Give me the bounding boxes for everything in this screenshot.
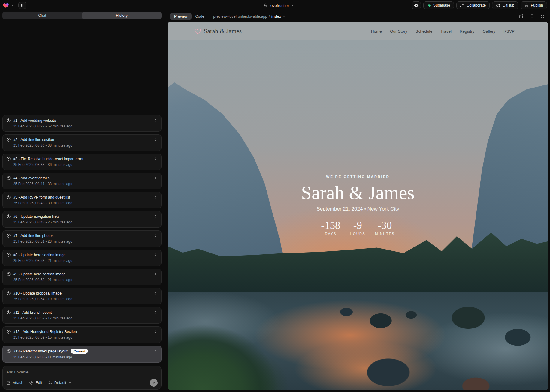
chevron-right-icon: [154, 310, 158, 314]
ask-lovable-input[interactable]: [6, 370, 158, 374]
chevron-right-icon: [154, 214, 158, 218]
history-item[interactable]: #4 - Add event details 25 Feb 2025, 08:4…: [2, 173, 162, 189]
history-item[interactable]: #3 - Fix: Resolve Lucide-react import er…: [2, 154, 162, 170]
supabase-button-label: Supabase: [433, 3, 450, 7]
nav-link[interactable]: Registry: [460, 29, 475, 34]
hero-date: September 21, 2024 • New York City: [168, 206, 548, 212]
history-item[interactable]: #10 - Update proposal image 25 Feb 2025,…: [2, 288, 162, 304]
history-item-timestamp: 25 Feb 2025, 08:38 - 36 minutes ago: [13, 163, 158, 167]
countdown-value: -9: [350, 220, 365, 231]
history-icon: [6, 329, 11, 334]
history-item-title: #11 - Add brunch event: [13, 310, 52, 315]
history-item-timestamp: 25 Feb 2025, 08:53 - 21 minutes ago: [13, 278, 158, 282]
mode-sliders-icon: [48, 381, 52, 385]
topbar: lovefrontier Supabase Collab: [0, 0, 550, 11]
history-item[interactable]: #8 - Update hero section image 25 Feb 20…: [2, 250, 162, 266]
history-icon: [6, 157, 11, 161]
hero-grass: [168, 300, 328, 390]
nav-link[interactable]: Our Story: [390, 29, 407, 34]
site-logo[interactable]: Sarah & James: [195, 28, 242, 35]
history-icon: [6, 118, 11, 123]
history-item-title: #13 - Refactor index page layout: [13, 349, 68, 353]
tab-preview[interactable]: Preview: [170, 13, 192, 20]
send-button[interactable]: [150, 379, 158, 387]
project-name: lovefrontier: [270, 3, 289, 8]
history-item[interactable]: #12 - Add Honeyfund Registry Section 25 …: [2, 326, 162, 343]
project-selector[interactable]: lovefrontier: [263, 0, 294, 11]
history-item[interactable]: #5 - Add RSVP form and guest list 25 Feb…: [2, 192, 162, 208]
history-icon: [6, 272, 11, 276]
countdown-label: MINUTES: [375, 232, 395, 235]
nav-link[interactable]: Home: [371, 29, 382, 34]
panel-left-icon: [20, 3, 25, 7]
mode-selector[interactable]: Default: [48, 381, 71, 385]
history-item-timestamp: 25 Feb 2025, 08:43 - 30 minutes ago: [13, 201, 158, 205]
nav-link[interactable]: Travel: [440, 29, 452, 34]
chat-history-tabs: Chat History: [2, 12, 162, 19]
refresh-icon[interactable]: [540, 14, 545, 19]
history-icon: [6, 176, 11, 180]
history-item-timestamp: 25 Feb 2025, 09:03 - 11 minutes ago: [13, 355, 158, 359]
history-item-timestamp: 25 Feb 2025, 08:36 - 38 minutes ago: [13, 143, 158, 148]
attach-button[interactable]: Attach: [6, 381, 23, 385]
composer: Attach Edit Default: [2, 366, 162, 390]
tab-code[interactable]: Code: [192, 13, 208, 20]
heart-outline-icon: [195, 28, 201, 34]
hero-content: WE'RE GETTING MARRIED Sarah & James Sept…: [168, 175, 548, 235]
nav-link[interactable]: Schedule: [416, 29, 432, 34]
hero-eyebrow: WE'RE GETTING MARRIED: [168, 175, 548, 178]
history-item[interactable]: #11 - Add brunch event 25 Feb 2025, 08:5…: [2, 307, 162, 324]
chevron-down-icon: [68, 381, 71, 384]
lovable-heart-icon[interactable]: [3, 3, 9, 8]
history-list: #1 - Add wedding website 25 Feb 2025, 08…: [2, 112, 162, 363]
open-external-icon[interactable]: [519, 14, 524, 19]
history-item[interactable]: #2 - Add timeline section 25 Feb 2025, 0…: [2, 134, 162, 151]
publish-button[interactable]: Publish: [521, 1, 547, 9]
history-item-title: #5 - Add RSVP form and guest list: [13, 195, 70, 199]
hero-title: Sarah & James: [168, 181, 548, 205]
nav-link[interactable]: Gallery: [482, 29, 495, 34]
supabase-button[interactable]: Supabase: [423, 1, 454, 9]
toggle-sidebar-button[interactable]: [18, 2, 26, 9]
history-item-timestamp: 25 Feb 2025, 08:59 - 15 minutes ago: [13, 335, 158, 340]
supabase-bolt-icon: [427, 3, 431, 7]
history-item-title: #3 - Fix: Resolve Lucide-react import er…: [13, 157, 83, 161]
history-item[interactable]: #6 - Update navigation links 25 Feb 2025…: [2, 211, 162, 228]
chevron-right-icon: [154, 138, 158, 142]
history-item-title: #7 - Add timeline photos: [13, 234, 53, 238]
history-item-timestamp: 25 Feb 2025, 08:22 - 52 minutes ago: [13, 124, 158, 128]
history-item-timestamp: 25 Feb 2025, 08:41 - 33 minutes ago: [13, 182, 158, 186]
history-item-title: #9 - Update hero section image: [13, 272, 65, 276]
chevron-down-icon: [291, 4, 294, 7]
github-button[interactable]: GitHub: [492, 1, 518, 9]
history-item[interactable]: #13 - Refactor index page layout Current…: [2, 346, 162, 363]
history-icon: [6, 137, 11, 142]
history-icon: [6, 214, 11, 219]
countdown-label: HOURS: [350, 232, 365, 235]
preview-url-selector[interactable]: preview--lovefrontier.lovable.app / inde…: [213, 14, 286, 19]
countdown: -158 DAYS -9 HOURS -30 MINUTES: [168, 220, 548, 235]
collaborate-button[interactable]: Collaborate: [456, 1, 490, 9]
tab-history[interactable]: History: [82, 12, 162, 19]
history-item-title: #8 - Update hero section image: [13, 253, 65, 257]
history-item-timestamp: 25 Feb 2025, 08:57 - 17 minutes ago: [13, 316, 158, 320]
chevron-down-icon[interactable]: [11, 4, 14, 7]
countdown-value: -158: [321, 220, 340, 231]
publish-globe-icon: [524, 3, 529, 7]
history-item[interactable]: #1 - Add wedding website 25 Feb 2025, 08…: [2, 115, 162, 132]
history-item[interactable]: #7 - Add timeline photos 25 Feb 2025, 08…: [2, 230, 162, 247]
chevron-right-icon: [154, 349, 158, 353]
nav-link[interactable]: RSVP: [503, 29, 515, 34]
history-item-title: #12 - Add Honeyfund Registry Section: [13, 330, 77, 334]
edit-button[interactable]: Edit: [29, 381, 42, 385]
tab-chat[interactable]: Chat: [2, 12, 82, 19]
history-icon: [6, 253, 11, 257]
settings-button[interactable]: [412, 1, 421, 9]
mobile-view-icon[interactable]: [530, 14, 534, 19]
history-icon: [6, 233, 11, 238]
site-logo-text: Sarah & James: [204, 28, 242, 35]
chevron-right-icon: [154, 157, 158, 161]
history-item[interactable]: #9 - Update hero section image 25 Feb 20…: [2, 269, 162, 285]
history-item-title: #2 - Add timeline section: [13, 138, 54, 142]
preview-toolbar: Preview Code preview--lovefrontier.lovab…: [164, 11, 550, 22]
